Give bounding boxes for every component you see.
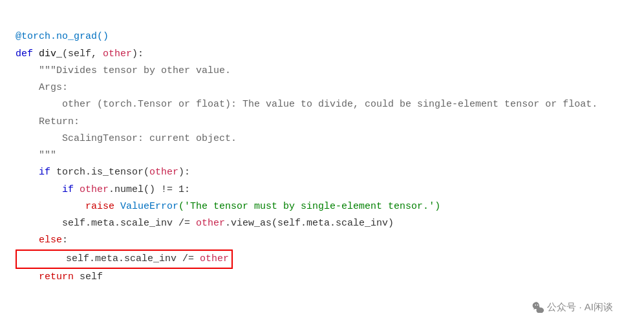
code-line: ScalingTensor: current object. [16, 131, 628, 147]
code-token: : [62, 235, 68, 246]
code-line: if torch.is_tensor(other): [16, 164, 628, 181]
code-token: raise [85, 201, 120, 212]
code-line: if other.numel() != 1: [16, 182, 628, 198]
code-line: """ [16, 147, 628, 164]
code-token: ): [132, 48, 144, 59]
code-token [16, 201, 85, 212]
code-line: def div_(self, other): [16, 46, 628, 63]
code-line: """Divides tensor by other value. [16, 63, 628, 80]
code-line: other (torch.Tensor or float): The value… [16, 96, 628, 113]
code-line: @torch.no_grad() [16, 28, 628, 45]
code-token: (self, [62, 48, 103, 59]
code-token: other [103, 48, 132, 59]
code-token: self.meta.scale_inv /= [16, 218, 196, 229]
code-token: return [39, 271, 74, 282]
code-token: ): [178, 167, 190, 178]
code-token: ('The tensor must by single-element tens… [178, 201, 440, 212]
code-token: other [80, 184, 109, 195]
code-token [16, 235, 39, 246]
code-line: return self [16, 269, 628, 286]
code-token: else [39, 235, 62, 246]
code-token: ScalingTensor: current object. [16, 133, 237, 144]
code-token: def [16, 48, 39, 59]
wechat-icon [531, 300, 544, 313]
code-token: div_ [39, 48, 62, 59]
code-token: torch.is_tensor( [56, 167, 149, 178]
code-line: Return: [16, 114, 628, 131]
code-token: other [149, 167, 178, 178]
code-line: raise ValueError('The tensor must by sin… [16, 198, 628, 215]
code-token: if [16, 184, 80, 195]
code-line: self.meta.scale_inv /= other [16, 249, 628, 269]
code-line: Args: [16, 80, 628, 96]
code-line: else: [16, 232, 628, 249]
code-block: @torch.no_grad()def div_(self, other): "… [16, 12, 628, 286]
code-line: self.meta.scale_inv /= other.view_as(sel… [16, 215, 628, 232]
watermark: 公众号 · AI闲谈 [531, 299, 613, 315]
code-token: other (torch.Tensor or float): The value… [16, 99, 597, 110]
highlighted-code-line: self.meta.scale_inv /= other [16, 249, 233, 269]
code-token: self [74, 271, 103, 282]
watermark-text: 公众号 · AI闲谈 [547, 299, 613, 315]
code-token: Args: [16, 82, 68, 93]
code-token [16, 271, 39, 282]
code-token: other [200, 253, 229, 264]
code-token: """Divides tensor by other value. [16, 65, 231, 76]
code-token: .numel() != 1: [109, 184, 190, 195]
code-token: if [16, 167, 56, 178]
code-token: other [196, 218, 225, 229]
code-token: """ [16, 150, 56, 161]
code-token: self.meta.scale_inv /= [19, 253, 200, 264]
code-token: Return: [16, 116, 80, 127]
code-token: ValueError [120, 201, 178, 212]
code-token: .view_as(self.meta.scale_inv) [225, 218, 394, 229]
code-token: @torch.no_grad() [16, 31, 109, 42]
